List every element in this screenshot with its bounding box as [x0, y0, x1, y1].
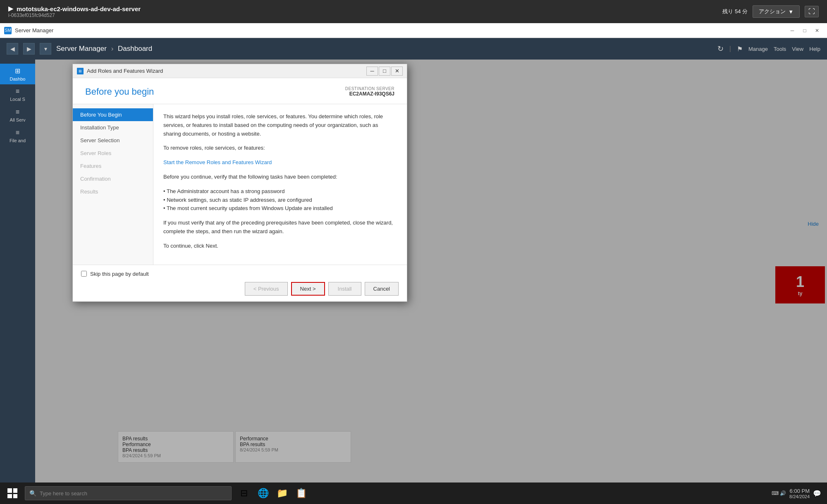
- destination-server-info: DESTINATION SERVER EC2AMAZ-I93QS6J: [345, 86, 394, 97]
- top-bar-controls: 残り 54 分 アクション ▼ ⛶: [722, 5, 819, 18]
- taskbar-right-area: ⌨ 🔊 6:00 PM 8/24/2024 💬: [772, 488, 825, 499]
- skip-checkbox-row: Skip this page by default: [81, 271, 399, 277]
- sm-close-button[interactable]: ✕: [811, 26, 823, 35]
- dialog-window-controls: ─ □ ✕: [366, 67, 403, 76]
- dialog-overlay: ⊞ Add Roles and Features Wizard ─ □ ✕ Be…: [35, 60, 827, 504]
- sm-window-controls: ─ □ ✕: [786, 26, 823, 35]
- skip-page-checkbox[interactable]: [81, 271, 87, 277]
- dialog-icon: ⊞: [77, 68, 84, 74]
- sidebar-all-label: All Serv: [10, 117, 26, 122]
- server-manager-window: SM Server Manager ─ □ ✕ ◀ ▶ ▾ Server Man…: [0, 23, 827, 504]
- taskbar-app-store[interactable]: 📋: [292, 484, 310, 502]
- search-placeholder-text: Type here to search: [40, 490, 87, 497]
- nav-item-before-you-begin[interactable]: Before You Begin: [73, 108, 153, 121]
- dashboard-icon: ⊞: [15, 67, 20, 75]
- checklist-item-2: Network settings, such as static IP addr…: [163, 196, 397, 205]
- checklist-item-3: The most current security updates from W…: [163, 204, 397, 213]
- help-button[interactable]: Help: [809, 46, 820, 52]
- server-name-label: mototsuka-ec2-windows-ad-dev-ad-server: [17, 5, 141, 12]
- sidebar-item-file[interactable]: ≡ File and: [0, 126, 35, 146]
- dialog-maximize-button[interactable]: □: [379, 67, 390, 76]
- dialog-titlebar: ⊞ Add Roles and Features Wizard ─ □ ✕: [73, 64, 407, 78]
- flag-icon[interactable]: ⚑: [737, 45, 743, 53]
- content-para5: To continue, click Next.: [163, 242, 397, 251]
- taskbar: 🔍 Type here to search ⊟ 🌐 📁 📋 ⌨ 🔊 6:00 P…: [0, 483, 827, 504]
- dialog-page-title: Before you begin: [85, 86, 154, 97]
- refresh-icon[interactable]: ↻: [717, 44, 724, 53]
- search-icon: 🔍: [29, 490, 36, 497]
- sm-forward-button[interactable]: ▶: [23, 43, 35, 55]
- sidebar-local-label: Local S: [10, 97, 25, 102]
- sidebar-dashboard-label: Dashbo: [10, 76, 26, 81]
- next-button[interactable]: Next >: [291, 282, 325, 296]
- nav-item-installation-type[interactable]: Installation Type: [73, 121, 153, 134]
- taskbar-app-edge[interactable]: 🌐: [254, 484, 272, 502]
- taskbar-search-box[interactable]: 🔍 Type here to search: [25, 486, 232, 500]
- notification-icon[interactable]: 💬: [813, 490, 821, 497]
- manage-button[interactable]: Manage: [748, 46, 768, 52]
- dialog-button-group: < Previous Next > Install Cancel: [81, 282, 399, 296]
- sm-toolbar-right: ↻ | ⚑ Manage Tools View Help: [717, 44, 820, 53]
- breadcrumb-root: Server Manager: [56, 45, 107, 53]
- taskbar-app-task-view[interactable]: ⊟: [235, 484, 253, 502]
- sm-dropdown-button[interactable]: ▾: [40, 43, 51, 55]
- nav-item-server-roles: Server Roles: [73, 147, 153, 160]
- content-para3: Before you continue, verify that the fol…: [163, 173, 397, 182]
- edge-icon: 🌐: [258, 488, 269, 499]
- tools-button[interactable]: Tools: [774, 46, 786, 52]
- dest-server-value: EC2AMAZ-I93QS6J: [345, 91, 394, 97]
- sm-toolbar: ◀ ▶ ▾ Server Manager › Dashboard ↻ | ⚑ M…: [0, 38, 827, 60]
- current-time: 6:00 PM: [789, 488, 810, 494]
- taskbar-pinned-apps: ⊟ 🌐 📁 📋: [235, 484, 310, 502]
- dest-server-label: DESTINATION SERVER: [345, 86, 394, 91]
- start-button[interactable]: [2, 483, 23, 504]
- sm-minimize-button[interactable]: ─: [786, 26, 798, 35]
- time-remaining-label: 残り 54 分: [722, 8, 748, 15]
- file-icon: ≡: [16, 129, 19, 136]
- explorer-icon: 📁: [277, 488, 288, 499]
- cancel-button[interactable]: Cancel: [365, 282, 399, 296]
- dialog-minimize-button[interactable]: ─: [366, 67, 378, 76]
- store-icon: 📋: [296, 488, 307, 499]
- all-servers-icon: ≡: [16, 108, 19, 116]
- dialog-close-button[interactable]: ✕: [391, 67, 403, 76]
- content-para4: If you must verify that any of the prece…: [163, 219, 397, 236]
- windows-logo-icon: [7, 488, 17, 498]
- view-button[interactable]: View: [792, 46, 803, 52]
- taskbar-clock: 6:00 PM 8/24/2024: [789, 488, 810, 499]
- remove-wizard-link[interactable]: Start the Remove Roles and Features Wiza…: [163, 159, 272, 165]
- action-dropdown-button[interactable]: アクション ▼: [753, 5, 800, 18]
- sidebar-item-local-server[interactable]: ≡ Local S: [0, 84, 35, 105]
- taskbar-app-explorer[interactable]: 📁: [273, 484, 291, 502]
- nav-item-features: Features: [73, 160, 153, 172]
- server-info: ▶ mototsuka-ec2-windows-ad-dev-ad-server…: [8, 5, 141, 18]
- local-server-icon: ≡: [16, 88, 19, 95]
- sidebar-file-label: File and: [10, 138, 26, 143]
- sidebar-item-all-servers[interactable]: ≡ All Serv: [0, 105, 35, 126]
- server-manager-titlebar: SM Server Manager ─ □ ✕: [0, 23, 827, 38]
- install-button[interactable]: Install: [328, 282, 361, 296]
- previous-button[interactable]: < Previous: [245, 282, 288, 296]
- dialog-title-text: Add Roles and Features Wizard: [87, 68, 366, 74]
- action-dropdown-icon: ▼: [788, 9, 794, 15]
- system-tray: ⌨ 🔊: [772, 490, 786, 496]
- current-date: 8/24/2024: [789, 494, 810, 499]
- dialog-nav: Before You Begin Installation Type Serve…: [73, 104, 153, 265]
- breadcrumb-page: Dashboard: [118, 45, 152, 53]
- nav-item-server-selection[interactable]: Server Selection: [73, 134, 153, 147]
- system-tray-icons: ⌨ 🔊: [772, 490, 786, 496]
- dialog-body: Before You Begin Installation Type Serve…: [73, 104, 407, 265]
- sm-back-button[interactable]: ◀: [7, 43, 18, 55]
- sm-breadcrumb: Server Manager › Dashboard: [56, 45, 152, 53]
- server-manager-title: Server Manager: [15, 27, 783, 33]
- task-view-icon: ⊟: [240, 488, 248, 499]
- expand-button[interactable]: ⛶: [805, 6, 819, 17]
- sm-content-area: Hide 1 ty BPA results Performance BPA re…: [35, 60, 827, 504]
- sm-maximize-button[interactable]: □: [799, 26, 810, 35]
- sidebar-item-dashboard[interactable]: ⊞ Dashbo: [0, 64, 35, 84]
- action-label: アクション: [759, 8, 786, 15]
- nav-item-confirmation: Confirmation: [73, 172, 153, 185]
- content-para1: This wizard helps you install roles, rol…: [163, 112, 397, 138]
- skip-label[interactable]: Skip this page by default: [90, 271, 149, 277]
- checklist-item-1: The Administrator account has a strong p…: [163, 187, 397, 196]
